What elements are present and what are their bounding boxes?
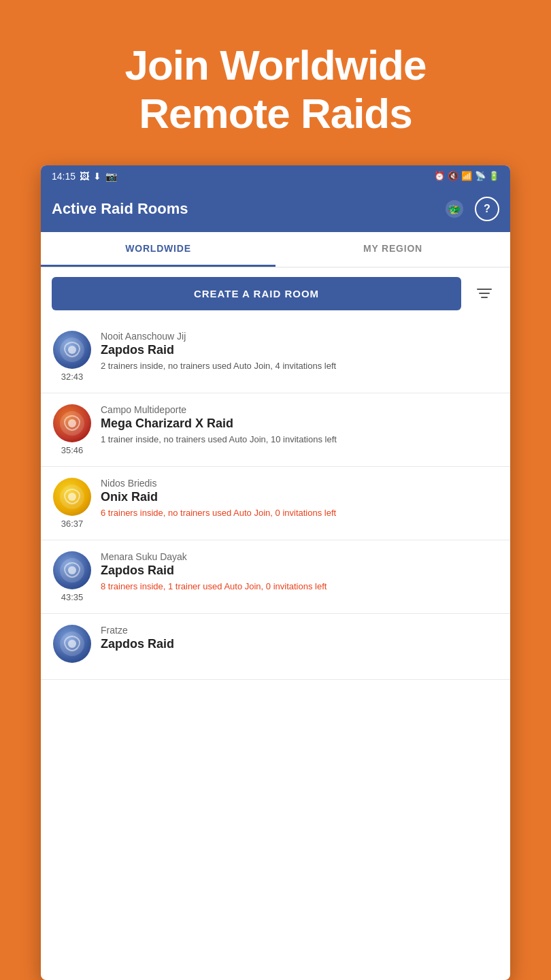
raid-info: Menara Suku Dayak Zapdos Raid 8 trainers… <box>101 551 499 593</box>
dragon-button[interactable]: 🐲 <box>442 197 467 221</box>
tabs-container: WORLDWIDE MY REGION <box>41 232 510 267</box>
mute-icon: 🔇 <box>448 171 458 181</box>
raid-item[interactable]: Fratze Zapdos Raid <box>41 614 510 680</box>
raid-timer: 36:37 <box>61 519 84 529</box>
svg-point-3 <box>68 346 76 354</box>
filter-line-2 <box>479 293 490 294</box>
filter-icon <box>477 289 492 298</box>
svg-text:🐲: 🐲 <box>448 203 461 216</box>
alarm-icon: ⏰ <box>434 171 445 181</box>
raid-avatar-col: 36:37 <box>52 478 93 529</box>
raid-pokemon-name: Onix Raid <box>101 490 499 504</box>
raid-egg-avatar <box>53 331 91 369</box>
raid-egg-avatar <box>53 478 91 516</box>
raid-info: Nidos Briedis Onix Raid 6 trainers insid… <box>101 478 499 519</box>
hero-section: Join WorldwideRemote Raids <box>98 0 454 165</box>
raid-item[interactable]: 35:46 Campo Multideporte Mega Charizard … <box>41 393 510 467</box>
signal-icon: 📡 <box>475 171 486 181</box>
raid-list: 32:43 Nooit Aanschouw Jij Zapdos Raid 2 … <box>41 320 510 680</box>
raid-pokemon-name: Mega Charizard X Raid <box>101 416 499 431</box>
action-row: CREATE A RAID ROOM <box>41 267 510 320</box>
raid-pokemon-name: Zapdos Raid <box>101 564 499 578</box>
svg-point-7 <box>68 493 76 501</box>
svg-point-5 <box>68 419 76 427</box>
raid-details-warning: 6 trainers inside, no trainers used Auto… <box>101 507 499 519</box>
raid-item[interactable]: 32:43 Nooit Aanschouw Jij Zapdos Raid 2 … <box>41 320 510 393</box>
app-bar-actions: 🐲 ? <box>442 197 499 221</box>
raid-egg-avatar <box>53 551 91 589</box>
raid-location: Nooit Aanschouw Jij <box>101 331 499 342</box>
raid-details-warning: 8 trainers inside, 1 trainer used Auto J… <box>101 581 499 593</box>
raid-info: Fratze Zapdos Raid <box>101 625 499 654</box>
raid-egg-avatar <box>53 404 91 442</box>
app-bar-title: Active Raid Rooms <box>52 200 188 218</box>
wifi-icon: 📶 <box>461 171 472 181</box>
raid-avatar-col <box>52 625 93 663</box>
battery-icon: 🔋 <box>488 171 499 181</box>
raid-location: Nidos Briedis <box>101 478 499 489</box>
filter-line-3 <box>481 297 488 298</box>
help-button[interactable]: ? <box>475 197 499 221</box>
raid-egg-avatar <box>53 625 91 663</box>
phone-container: 14:15 🖼 ⬇ 📷 ⏰ 🔇 📶 📡 🔋 Active Raid Rooms … <box>41 165 510 980</box>
svg-point-11 <box>68 640 76 648</box>
camera-icon: 📷 <box>105 171 117 182</box>
photo-icon: 🖼 <box>80 171 89 182</box>
raid-timer: 43:35 <box>61 592 84 602</box>
status-left: 14:15 🖼 ⬇ 📷 <box>52 171 117 182</box>
filter-button[interactable] <box>469 278 499 308</box>
hero-title: Join WorldwideRemote Raids <box>125 41 427 138</box>
download-icon: ⬇ <box>93 171 101 182</box>
raid-item[interactable]: 43:35 Menara Suku Dayak Zapdos Raid 8 tr… <box>41 540 510 614</box>
status-time: 14:15 <box>52 171 76 182</box>
raid-avatar-col: 35:46 <box>52 404 93 455</box>
status-bar: 14:15 🖼 ⬇ 📷 ⏰ 🔇 📶 📡 🔋 <box>41 165 510 187</box>
raid-timer: 35:46 <box>61 445 84 455</box>
raid-details: 1 trainer inside, no trainers used Auto … <box>101 434 499 446</box>
raid-timer: 32:43 <box>61 372 84 382</box>
raid-avatar-col: 43:35 <box>52 551 93 602</box>
raid-location: Campo Multideporte <box>101 404 499 415</box>
raid-avatar-col: 32:43 <box>52 331 93 382</box>
app-bar: Active Raid Rooms 🐲 ? <box>41 187 510 232</box>
raid-location: Menara Suku Dayak <box>101 551 499 562</box>
status-right: ⏰ 🔇 📶 📡 🔋 <box>434 171 499 181</box>
filter-line-1 <box>477 289 492 290</box>
raid-details: 2 trainers inside, no trainers used Auto… <box>101 360 499 372</box>
raid-item[interactable]: 36:37 Nidos Briedis Onix Raid 6 trainers… <box>41 467 510 540</box>
raid-location: Fratze <box>101 625 499 636</box>
raid-pokemon-name: Zapdos Raid <box>101 637 499 651</box>
tab-worldwide[interactable]: WORLDWIDE <box>41 232 276 267</box>
raid-info: Nooit Aanschouw Jij Zapdos Raid 2 traine… <box>101 331 499 372</box>
raid-info: Campo Multideporte Mega Charizard X Raid… <box>101 404 499 446</box>
raid-pokemon-name: Zapdos Raid <box>101 343 499 357</box>
tab-my-region[interactable]: MY REGION <box>276 232 510 267</box>
svg-point-9 <box>68 566 76 574</box>
create-raid-button[interactable]: CREATE A RAID ROOM <box>52 277 461 310</box>
